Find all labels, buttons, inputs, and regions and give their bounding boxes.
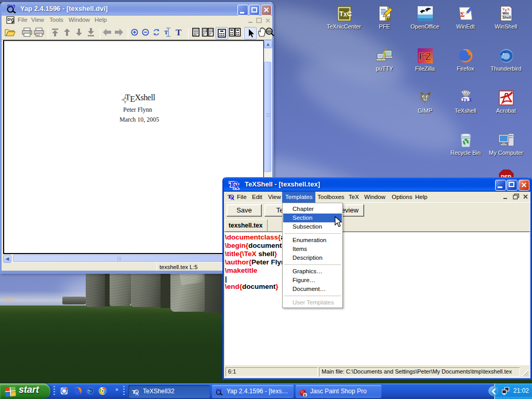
- svg-text:12: 12: [36, 33, 40, 36]
- svg-text:DVI: DVI: [7, 4, 15, 9]
- svg-text:Shell: Shell: [502, 16, 511, 19]
- svg-text:TEX: TEX: [462, 97, 472, 103]
- svg-text:DVI: DVI: [8, 18, 14, 21]
- svg-text:32: 32: [386, 17, 390, 21]
- svg-text:T: T: [176, 28, 182, 37]
- svg-text:Σ: Σ: [460, 10, 465, 18]
- svg-text:8: 8: [304, 393, 307, 397]
- svg-text:DVI: DVI: [216, 388, 222, 392]
- svg-text:X: X: [135, 390, 139, 396]
- svg-text:T: T: [164, 29, 168, 35]
- svg-text:FZ: FZ: [419, 51, 431, 62]
- svg-text:Win: Win: [502, 11, 509, 15]
